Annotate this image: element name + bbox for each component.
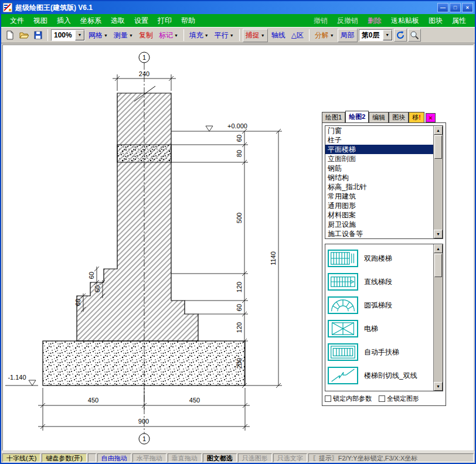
category-item[interactable]: 常用建筑 bbox=[325, 192, 433, 201]
panel-close-button[interactable]: × bbox=[426, 113, 436, 122]
category-item[interactable]: 钢筋 bbox=[325, 163, 433, 173]
menu-coordsys[interactable]: 坐标系 bbox=[76, 15, 106, 26]
lock-all-shapes-checkbox[interactable]: 全锁定图形 bbox=[379, 394, 419, 403]
category-item[interactable]: 钢结构 bbox=[325, 173, 433, 182]
axis-line-button[interactable]: 轴线 bbox=[269, 29, 288, 42]
explode-button[interactable]: 分解▼ bbox=[312, 29, 336, 42]
window-title: 超级绘图王(建筑版) V6.1 bbox=[15, 3, 93, 13]
menu-file[interactable]: 文件 bbox=[6, 15, 28, 26]
status-select-shapes-only[interactable]: 只选图形 bbox=[238, 453, 272, 462]
fill-button[interactable]: 填充▼ bbox=[187, 29, 211, 42]
partial-button[interactable]: 局部 bbox=[338, 29, 358, 42]
tab-draw1[interactable]: 绘图1 bbox=[322, 112, 345, 122]
category-item[interactable]: 施工设备等 bbox=[325, 229, 433, 238]
zoom-tool-button[interactable] bbox=[408, 29, 421, 42]
category-item[interactable]: 通用图形 bbox=[325, 201, 433, 210]
status-spacer bbox=[88, 453, 96, 462]
stair-row-arc-flight[interactable]: 圆弧梯段 bbox=[328, 294, 432, 317]
chevron-down-icon: ▼ bbox=[129, 33, 133, 37]
tab-draw2[interactable]: 绘图2 bbox=[345, 111, 369, 122]
menu-help[interactable]: 帮助 bbox=[177, 15, 199, 26]
menu-block[interactable]: 图块 bbox=[424, 15, 447, 26]
status-horizontal-drag[interactable]: 水平拖动 bbox=[132, 453, 166, 462]
mark-button[interactable]: 标记▼ bbox=[157, 29, 181, 42]
scroll-up-icon[interactable]: ▲ bbox=[434, 126, 443, 135]
close-button[interactable]: × bbox=[462, 3, 473, 12]
menu-send-clipboard[interactable]: 送粘贴板 bbox=[387, 15, 423, 26]
status-select-both[interactable]: 图文都选 bbox=[203, 453, 237, 462]
refresh-button[interactable] bbox=[394, 29, 407, 42]
scroll-down-icon[interactable]: ▼ bbox=[434, 382, 443, 391]
stair-row-straight-flight[interactable]: 直线梯段 bbox=[328, 270, 432, 294]
dim-60b: 60 bbox=[236, 304, 243, 311]
dim-120b: 120 bbox=[236, 322, 243, 333]
grid-button[interactable]: 网格▼ bbox=[86, 29, 110, 42]
category-item[interactable]: 门窗 bbox=[325, 126, 433, 135]
level-top-label: +0.000 bbox=[227, 122, 247, 129]
copy-button[interactable]: 复制 bbox=[137, 29, 155, 42]
chevron-down-icon[interactable]: ▼ bbox=[383, 30, 392, 40]
region-button[interactable]: △区 bbox=[289, 29, 306, 42]
category-item[interactable]: 材料图案 bbox=[325, 210, 433, 220]
scroll-down-icon[interactable]: ▼ bbox=[434, 230, 443, 238]
menu-redo[interactable]: 反撤销 bbox=[333, 15, 362, 26]
tab-block[interactable]: 图块 bbox=[389, 112, 409, 122]
menu-view[interactable]: 视图 bbox=[29, 15, 52, 26]
stair-scrollbar[interactable]: ▲ ▼ bbox=[433, 244, 443, 391]
elevator-icon bbox=[328, 320, 358, 337]
menu-select[interactable]: 选取 bbox=[107, 15, 129, 26]
checkbox-icon[interactable] bbox=[325, 395, 331, 402]
layer-combo[interactable]: 第0层 ▼ bbox=[359, 29, 393, 41]
measure-button[interactable]: 测量▼ bbox=[111, 29, 135, 42]
category-item[interactable]: 柱子 bbox=[325, 135, 433, 145]
checkbox-icon[interactable] bbox=[379, 395, 385, 402]
dim-1140: 1140 bbox=[270, 251, 277, 265]
menu-bar: 文件 视图 插入 坐标系 选取 设置 打印 帮助 撤销 反撤销 删除 送粘贴板 … bbox=[1, 14, 475, 27]
tab-move[interactable]: 移! bbox=[409, 112, 424, 122]
tab-edit[interactable]: 编辑 bbox=[369, 112, 389, 122]
menu-delete[interactable]: 删除 bbox=[363, 15, 386, 26]
dim-500: 500 bbox=[236, 213, 243, 223]
dim-60a: 60 bbox=[236, 135, 243, 142]
stair-row-double-run[interactable]: 双跑楼梯 bbox=[328, 247, 432, 270]
chevron-down-icon: ▼ bbox=[230, 33, 234, 37]
minimize-button[interactable]: — bbox=[437, 3, 448, 12]
scroll-track[interactable] bbox=[434, 278, 443, 382]
save-button[interactable] bbox=[32, 29, 45, 42]
category-item[interactable]: 标高_指北针 bbox=[325, 182, 433, 192]
category-item[interactable]: 立面剖面 bbox=[325, 154, 433, 163]
zoom-combo[interactable]: 100% ▼ bbox=[51, 29, 85, 41]
scroll-thumb[interactable] bbox=[434, 254, 442, 277]
scroll-thumb[interactable] bbox=[434, 135, 442, 159]
category-scrollbar[interactable]: ▲ ▼ bbox=[433, 126, 443, 238]
status-keyboard-params-toggle[interactable]: 键盘参数(开) bbox=[42, 453, 86, 462]
drawing-canvas[interactable]: 1 1 240 +0.000 60 80 500 120 60 120 200 … bbox=[2, 45, 474, 451]
snap-button[interactable]: 捕捉▼ bbox=[243, 29, 268, 42]
status-vertical-drag[interactable]: 垂直拖动 bbox=[168, 453, 202, 462]
stair-row-elevator[interactable]: 电梯 bbox=[328, 317, 432, 340]
menu-properties[interactable]: 属性 bbox=[448, 15, 470, 26]
scroll-track[interactable] bbox=[434, 159, 443, 230]
lock-internal-params-checkbox[interactable]: 锁定内部参数 bbox=[325, 394, 372, 403]
status-hint-text: 〖提示〗F2/Y:Y坐标锁定,F3/X:X坐标 bbox=[308, 453, 474, 462]
stair-row-section-line[interactable]: 楼梯剖切线_双线 bbox=[328, 364, 432, 387]
chevron-down-icon: ▼ bbox=[261, 33, 265, 37]
status-select-text-only[interactable]: 只选文字 bbox=[273, 453, 307, 462]
open-file-button[interactable] bbox=[18, 29, 30, 42]
menu-settings[interactable]: 设置 bbox=[130, 15, 152, 26]
menu-undo[interactable]: 撤销 bbox=[310, 15, 332, 26]
chevron-down-icon[interactable]: ▼ bbox=[75, 30, 84, 40]
chevron-down-icon: ▼ bbox=[330, 33, 334, 37]
parallel-button[interactable]: 平行▼ bbox=[212, 29, 236, 42]
stair-row-escalator[interactable]: 自动手扶梯 bbox=[328, 340, 432, 364]
menu-print[interactable]: 打印 bbox=[154, 15, 176, 26]
category-item-selected[interactable]: 平面楼梯 bbox=[325, 145, 433, 154]
status-free-drag[interactable]: 自由拖动 bbox=[97, 453, 131, 462]
scroll-up-icon[interactable]: ▲ bbox=[434, 244, 443, 253]
status-crosshair-toggle[interactable]: 十字线(关) bbox=[2, 453, 40, 462]
maximize-button[interactable]: □ bbox=[450, 3, 461, 12]
new-file-button[interactable] bbox=[4, 29, 16, 42]
menu-insert[interactable]: 插入 bbox=[53, 15, 75, 26]
zoom-value: 100% bbox=[54, 31, 74, 39]
category-item[interactable]: 厨卫设施 bbox=[325, 220, 433, 229]
